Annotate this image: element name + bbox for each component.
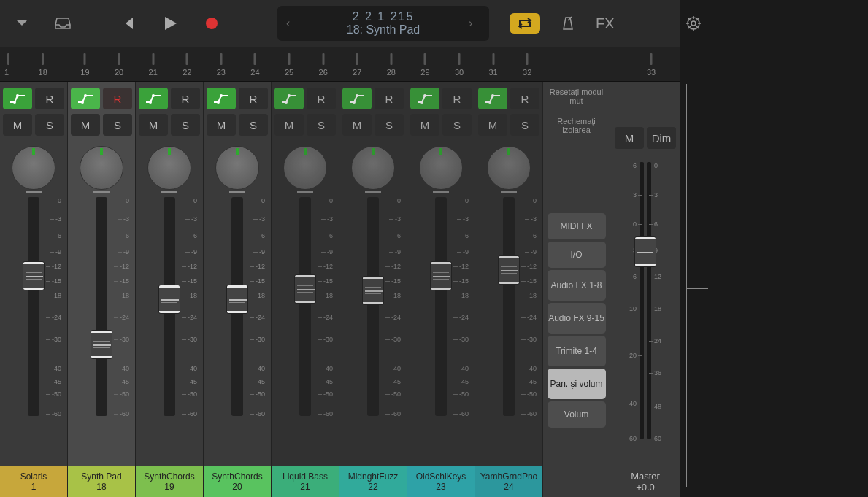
chevron-down-icon[interactable] — [13, 15, 31, 32]
play-icon[interactable] — [162, 15, 180, 32]
gear-icon[interactable] — [685, 15, 702, 32]
record-enable-button[interactable]: R — [171, 88, 200, 109]
record-enable-button[interactable]: R — [375, 88, 404, 109]
mute-button[interactable]: M — [71, 114, 100, 136]
pan-knob[interactable] — [80, 146, 123, 190]
automation-button[interactable] — [207, 88, 236, 109]
fader-handle[interactable] — [294, 274, 316, 304]
loop-button[interactable] — [510, 13, 540, 34]
track-label[interactable]: OldSchlKeys23 — [407, 466, 475, 497]
automation-button[interactable] — [342, 88, 372, 109]
fader-slot[interactable] — [28, 197, 39, 416]
automation-button[interactable] — [139, 88, 168, 109]
lcd-next[interactable]: › — [469, 17, 480, 30]
fader-scale: 0-3-6-9-12-15-18-24-30-40-45-50-60 — [315, 197, 333, 416]
solo-button[interactable]: S — [375, 114, 404, 136]
svg-point-11 — [285, 101, 288, 104]
view-option-button[interactable]: Pan. și volum — [548, 369, 606, 399]
mute-button[interactable]: M — [207, 114, 236, 136]
timeline-tick: 30 — [442, 47, 477, 81]
pan-knob[interactable] — [215, 146, 259, 190]
record-icon[interactable] — [203, 15, 220, 32]
mute-button[interactable]: M — [139, 114, 168, 136]
fader-handle[interactable] — [23, 261, 45, 290]
fader-slot[interactable] — [96, 197, 107, 416]
fader-handle[interactable] — [158, 285, 180, 314]
automation-button[interactable] — [274, 88, 304, 109]
lcd-display: ‹ 2 2 1 215 18: Synth Pad › — [277, 6, 489, 41]
record-enable-button[interactable]: R — [239, 88, 268, 109]
pan-knob[interactable] — [147, 146, 191, 190]
solo-button[interactable]: S — [35, 114, 64, 136]
fader-slot[interactable] — [231, 197, 243, 416]
fader-slot[interactable] — [299, 197, 311, 416]
mute-button[interactable]: M — [342, 114, 372, 136]
fx-button[interactable]: FX — [596, 15, 615, 32]
recall-solo-button[interactable]: Rechemați izolarea — [548, 111, 606, 140]
view-option-button[interactable]: Audio FX 1-8 — [548, 270, 606, 301]
timeline[interactable]: 1 181920212223242526272829303132 33 — [0, 47, 680, 82]
view-option-button[interactable]: Trimite 1-4 — [548, 336, 606, 366]
master-mute-button[interactable]: M — [615, 127, 644, 149]
record-enable-button[interactable]: R — [442, 88, 472, 109]
fader-handle[interactable] — [362, 276, 384, 305]
svg-point-15 — [420, 101, 423, 104]
view-option-button[interactable]: I/O — [548, 242, 606, 268]
track-label[interactable]: Liquid Bass21 — [272, 466, 339, 497]
fader-handle[interactable] — [430, 261, 452, 290]
mute-button[interactable]: M — [274, 114, 304, 136]
reset-mute-button[interactable]: Resetați modul mut — [548, 82, 606, 111]
record-enable-button[interactable]: R — [35, 88, 64, 109]
master-fader-handle[interactable] — [634, 236, 656, 267]
timeline-tick: 25 — [272, 47, 307, 81]
solo-button[interactable]: S — [239, 114, 268, 136]
record-enable-button[interactable]: R — [510, 88, 539, 109]
mute-button[interactable]: M — [3, 114, 32, 136]
solo-button[interactable]: S — [442, 114, 472, 136]
timeline-tick: 20 — [102, 47, 137, 81]
fader-slot[interactable] — [503, 197, 515, 416]
view-option-button[interactable]: Audio FX 9-15 — [548, 303, 606, 334]
fader-slot[interactable] — [435, 197, 447, 416]
solo-button[interactable]: S — [510, 114, 539, 136]
view-option-button[interactable]: Volum — [548, 401, 606, 428]
fader-handle[interactable] — [226, 285, 248, 314]
fader-slot[interactable] — [164, 197, 175, 416]
fader-handle[interactable] — [91, 330, 112, 359]
master-dim-button[interactable]: Dim — [647, 127, 676, 149]
mute-button[interactable]: M — [478, 114, 507, 136]
pan-knob[interactable] — [419, 146, 463, 190]
track-label[interactable]: MidnghtFuzz22 — [339, 466, 407, 497]
record-enable-button[interactable]: R — [307, 88, 336, 109]
metronome-icon[interactable] — [559, 15, 577, 32]
mute-button[interactable]: M — [410, 114, 439, 136]
fader-slot[interactable] — [367, 197, 379, 416]
pan-knob[interactable] — [283, 146, 327, 190]
solo-button[interactable]: S — [103, 114, 132, 136]
lcd-prev[interactable]: ‹ — [286, 17, 298, 30]
track-label[interactable]: Synth Pad18 — [68, 466, 135, 497]
track-label[interactable]: Solaris1 — [0, 466, 67, 497]
fader-handle[interactable] — [498, 255, 520, 285]
pan-knob[interactable] — [12, 146, 55, 190]
inbox-icon[interactable] — [54, 15, 72, 32]
view-option-button[interactable]: MIDI FX — [548, 213, 606, 239]
rewind-icon[interactable] — [121, 15, 139, 32]
position-display: 2 2 1 215 — [298, 10, 469, 23]
track-label[interactable]: SynthChords20 — [204, 466, 271, 497]
master-fader[interactable]: 6303610204060 0369121824364860 — [623, 162, 667, 439]
automation-button[interactable] — [3, 88, 32, 109]
pan-knob[interactable] — [351, 146, 395, 190]
svg-point-4 — [16, 94, 19, 97]
solo-button[interactable]: S — [307, 114, 336, 136]
timeline-tick: 1 — [0, 47, 34, 81]
automation-button[interactable] — [410, 88, 439, 109]
automation-button[interactable] — [478, 88, 507, 109]
timeline-tick: 24 — [238, 47, 272, 81]
solo-button[interactable]: S — [171, 114, 200, 136]
record-enable-button[interactable]: R — [103, 88, 132, 109]
automation-button[interactable] — [71, 88, 100, 109]
track-label[interactable]: SynthChords19 — [136, 466, 203, 497]
pan-knob[interactable] — [487, 146, 531, 190]
track-label[interactable]: YamhGrndPno24 — [475, 466, 542, 497]
